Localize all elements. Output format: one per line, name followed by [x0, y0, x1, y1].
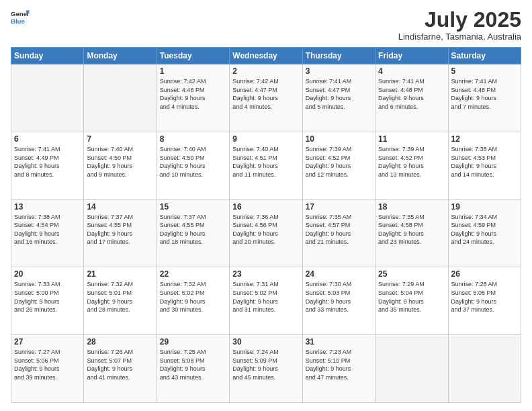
calendar-cell [11, 64, 84, 132]
day-number: 15 [160, 202, 226, 212]
day-number: 20 [14, 269, 81, 279]
day-number: 18 [378, 202, 445, 212]
calendar-cell: 11Sunrise: 7:39 AMSunset: 4:52 PMDayligh… [375, 132, 448, 199]
calendar-cell: 22Sunrise: 7:32 AMSunset: 5:02 PMDayligh… [157, 267, 229, 335]
day-info: Sunrise: 7:37 AMSunset: 4:55 PMDaylight:… [87, 213, 153, 246]
day-number: 24 [306, 269, 372, 279]
calendar-header-row: SundayMondayTuesdayWednesdayThursdayFrid… [11, 48, 521, 64]
day-info: Sunrise: 7:40 AMSunset: 4:51 PMDaylight:… [232, 145, 299, 179]
calendar-cell [375, 335, 448, 403]
day-number: 17 [306, 202, 372, 212]
calendar-cell: 10Sunrise: 7:39 AMSunset: 4:52 PMDayligh… [302, 132, 375, 199]
page: General Blue July 2025 Lindisfarne, Tasm… [0, 0, 532, 411]
day-number: 7 [87, 134, 153, 144]
day-info: Sunrise: 7:35 AMSunset: 4:58 PMDaylight:… [378, 213, 445, 246]
calendar-cell: 29Sunrise: 7:25 AMSunset: 5:08 PMDayligh… [157, 335, 229, 403]
calendar-cell: 14Sunrise: 7:37 AMSunset: 4:55 PMDayligh… [84, 199, 157, 267]
calendar-cell: 24Sunrise: 7:30 AMSunset: 5:03 PMDayligh… [302, 267, 375, 335]
calendar-cell [448, 335, 521, 403]
col-header-monday: Monday [84, 48, 157, 64]
day-info: Sunrise: 7:40 AMSunset: 4:50 PMDaylight:… [87, 145, 153, 179]
calendar-cell: 21Sunrise: 7:32 AMSunset: 5:01 PMDayligh… [84, 267, 157, 335]
day-number: 14 [87, 202, 153, 212]
week-row-2: 13Sunrise: 7:38 AMSunset: 4:54 PMDayligh… [11, 199, 521, 267]
day-info: Sunrise: 7:36 AMSunset: 4:56 PMDaylight:… [232, 213, 299, 246]
day-info: Sunrise: 7:24 AMSunset: 5:09 PMDaylight:… [232, 348, 299, 381]
day-number: 2 [232, 66, 299, 76]
day-number: 22 [160, 269, 226, 279]
calendar-table: SundayMondayTuesdayWednesdayThursdayFrid… [11, 47, 521, 403]
calendar-cell: 27Sunrise: 7:27 AMSunset: 5:06 PMDayligh… [11, 335, 84, 403]
day-info: Sunrise: 7:39 AMSunset: 4:52 PMDaylight:… [306, 145, 372, 179]
calendar-cell: 13Sunrise: 7:38 AMSunset: 4:54 PMDayligh… [11, 199, 84, 267]
day-info: Sunrise: 7:40 AMSunset: 4:50 PMDaylight:… [160, 145, 226, 179]
day-number: 25 [378, 269, 445, 279]
calendar-cell: 25Sunrise: 7:29 AMSunset: 5:04 PMDayligh… [375, 267, 448, 335]
logo-icon: General Blue [11, 8, 30, 27]
day-number: 4 [378, 66, 445, 76]
calendar-cell: 16Sunrise: 7:36 AMSunset: 4:56 PMDayligh… [230, 199, 302, 267]
day-info: Sunrise: 7:41 AMSunset: 4:48 PMDaylight:… [378, 77, 445, 111]
calendar-cell: 28Sunrise: 7:26 AMSunset: 5:07 PMDayligh… [84, 335, 157, 403]
week-row-3: 20Sunrise: 7:33 AMSunset: 5:00 PMDayligh… [11, 267, 521, 335]
calendar-cell: 20Sunrise: 7:33 AMSunset: 5:00 PMDayligh… [11, 267, 84, 335]
day-number: 23 [232, 269, 299, 279]
calendar-cell: 1Sunrise: 7:42 AMSunset: 4:46 PMDaylight… [157, 64, 229, 132]
col-header-thursday: Thursday [302, 48, 375, 64]
day-number: 31 [306, 337, 372, 347]
calendar-cell: 12Sunrise: 7:38 AMSunset: 4:53 PMDayligh… [448, 132, 521, 199]
day-number: 27 [14, 337, 81, 347]
day-info: Sunrise: 7:30 AMSunset: 5:03 PMDaylight:… [306, 280, 372, 314]
day-number: 19 [451, 202, 518, 212]
calendar-cell: 26Sunrise: 7:28 AMSunset: 5:05 PMDayligh… [448, 267, 521, 335]
week-row-1: 6Sunrise: 7:41 AMSunset: 4:49 PMDaylight… [11, 132, 521, 199]
calendar-cell: 9Sunrise: 7:40 AMSunset: 4:51 PMDaylight… [230, 132, 302, 199]
day-info: Sunrise: 7:34 AMSunset: 4:59 PMDaylight:… [451, 213, 518, 246]
day-number: 26 [451, 269, 518, 279]
day-number: 9 [232, 134, 299, 144]
calendar-cell: 5Sunrise: 7:41 AMSunset: 4:48 PMDaylight… [448, 64, 521, 132]
day-info: Sunrise: 7:32 AMSunset: 5:01 PMDaylight:… [87, 280, 153, 314]
day-number: 16 [232, 202, 299, 212]
title-block: July 2025 Lindisfarne, Tasmania, Austral… [398, 8, 521, 42]
calendar-cell: 4Sunrise: 7:41 AMSunset: 4:48 PMDaylight… [375, 64, 448, 132]
calendar-cell: 2Sunrise: 7:42 AMSunset: 4:47 PMDaylight… [230, 64, 302, 132]
week-row-0: 1Sunrise: 7:42 AMSunset: 4:46 PMDaylight… [11, 64, 521, 132]
calendar-cell: 15Sunrise: 7:37 AMSunset: 4:55 PMDayligh… [157, 199, 229, 267]
day-info: Sunrise: 7:41 AMSunset: 4:47 PMDaylight:… [306, 77, 372, 111]
day-number: 8 [160, 134, 226, 144]
day-number: 1 [160, 66, 226, 76]
month-year-title: July 2025 [398, 8, 521, 32]
col-header-tuesday: Tuesday [157, 48, 229, 64]
day-info: Sunrise: 7:23 AMSunset: 5:10 PMDaylight:… [306, 348, 372, 381]
day-info: Sunrise: 7:35 AMSunset: 4:57 PMDaylight:… [306, 213, 372, 246]
col-header-wednesday: Wednesday [230, 48, 302, 64]
day-number: 11 [378, 134, 445, 144]
calendar-cell: 30Sunrise: 7:24 AMSunset: 5:09 PMDayligh… [230, 335, 302, 403]
calendar-cell: 23Sunrise: 7:31 AMSunset: 5:02 PMDayligh… [230, 267, 302, 335]
day-info: Sunrise: 7:39 AMSunset: 4:52 PMDaylight:… [378, 145, 445, 179]
col-header-saturday: Saturday [448, 48, 521, 64]
calendar-cell: 19Sunrise: 7:34 AMSunset: 4:59 PMDayligh… [448, 199, 521, 267]
calendar-cell: 18Sunrise: 7:35 AMSunset: 4:58 PMDayligh… [375, 199, 448, 267]
calendar-cell: 7Sunrise: 7:40 AMSunset: 4:50 PMDaylight… [84, 132, 157, 199]
header: General Blue July 2025 Lindisfarne, Tasm… [11, 8, 521, 42]
day-info: Sunrise: 7:38 AMSunset: 4:53 PMDaylight:… [451, 145, 518, 179]
col-header-sunday: Sunday [11, 48, 84, 64]
day-number: 30 [232, 337, 299, 347]
calendar-cell: 6Sunrise: 7:41 AMSunset: 4:49 PMDaylight… [11, 132, 84, 199]
logo: General Blue [11, 8, 30, 27]
svg-text:Blue: Blue [11, 17, 25, 25]
col-header-friday: Friday [375, 48, 448, 64]
day-info: Sunrise: 7:29 AMSunset: 5:04 PMDaylight:… [378, 280, 445, 314]
day-info: Sunrise: 7:33 AMSunset: 5:00 PMDaylight:… [14, 280, 81, 314]
day-info: Sunrise: 7:32 AMSunset: 5:02 PMDaylight:… [160, 280, 226, 314]
day-info: Sunrise: 7:26 AMSunset: 5:07 PMDaylight:… [87, 348, 153, 381]
day-info: Sunrise: 7:27 AMSunset: 5:06 PMDaylight:… [14, 348, 81, 381]
day-info: Sunrise: 7:37 AMSunset: 4:55 PMDaylight:… [160, 213, 226, 246]
day-info: Sunrise: 7:42 AMSunset: 4:46 PMDaylight:… [160, 77, 226, 111]
day-info: Sunrise: 7:28 AMSunset: 5:05 PMDaylight:… [451, 280, 518, 314]
day-number: 13 [14, 202, 81, 212]
calendar-cell: 3Sunrise: 7:41 AMSunset: 4:47 PMDaylight… [302, 64, 375, 132]
calendar-cell: 31Sunrise: 7:23 AMSunset: 5:10 PMDayligh… [302, 335, 375, 403]
